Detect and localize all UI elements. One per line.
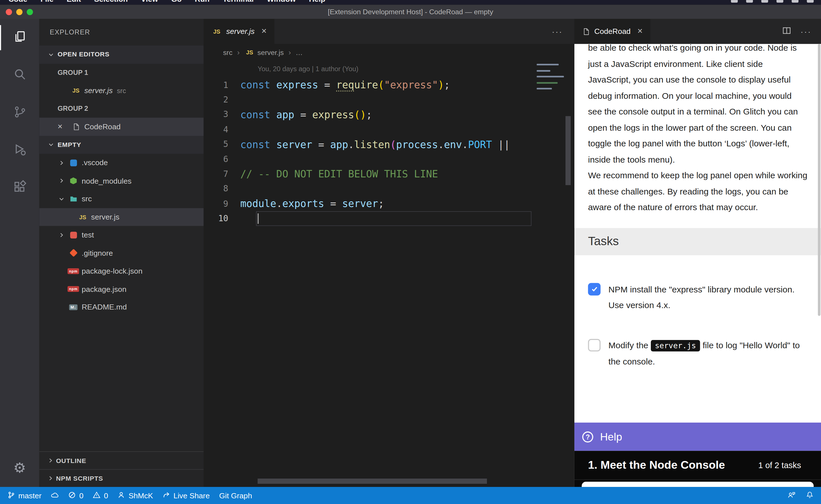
tree-item-node_modules[interactable]: node_modules <box>39 172 204 190</box>
lesson-bar[interactable]: 1. Meet the Node Console 1 of 2 tasks <box>574 451 821 480</box>
open-editor-server-js[interactable]: JSserver.jssrc <box>39 82 204 100</box>
tree-item-label: test <box>82 231 94 239</box>
menu-terminal[interactable]: Terminal <box>223 0 254 3</box>
feedback-icon <box>787 491 795 500</box>
menu-file[interactable]: File <box>40 0 54 3</box>
minimap[interactable] <box>537 64 566 94</box>
tab-server-js[interactable]: JS server.js × <box>203 19 274 44</box>
panel-more-actions-icon[interactable]: ··· <box>800 27 812 36</box>
task-text: Modify the server.js file to log "Hello … <box>608 337 807 370</box>
chevron-right-icon <box>55 231 68 238</box>
vertical-scrollbar[interactable] <box>565 116 571 185</box>
tree-item-package-json[interactable]: npmpackage.json <box>39 280 204 298</box>
code-token: ( <box>378 79 384 90</box>
activity-source-control[interactable] <box>0 94 39 132</box>
lesson-title: 1. Meet the Node Console <box>588 459 758 472</box>
code-line-5[interactable]: 5const server = app.listen(process.env.P… <box>203 137 574 151</box>
tree-item--vscode[interactable]: .vscode <box>39 154 204 172</box>
panel-footer: ? Help 1. Meet the Node Console 1 of 2 t… <box>574 423 821 487</box>
section-label: EMPTY <box>58 141 81 148</box>
menu-view[interactable]: View <box>141 0 158 3</box>
code-line-8[interactable]: 8 <box>203 181 574 196</box>
gear-icon[interactable]: ⚙ <box>0 449 39 487</box>
menu-code[interactable]: Code <box>8 0 27 3</box>
editor-more-actions-icon[interactable]: ··· <box>552 19 563 44</box>
tree-item-server-js[interactable]: JSserver.js <box>39 208 204 226</box>
statusbar-git-graph[interactable]: Git Graph <box>219 491 252 500</box>
webview-scrollbar[interactable] <box>818 44 820 316</box>
breadcrumb-item-src[interactable]: src <box>223 48 232 56</box>
close-panel-tab-icon[interactable]: × <box>638 26 643 37</box>
tree-item--gitignore[interactable]: .gitignore <box>39 244 204 262</box>
activity-search[interactable] <box>0 56 39 94</box>
code-area[interactable]: You, 20 days ago | 1 author (You) 1const… <box>203 61 574 487</box>
code-line-7[interactable]: 7// -- DO NOT EDIT BELOW THIS LINE <box>203 167 574 181</box>
tree-item-label: src <box>82 195 92 203</box>
section-empty[interactable]: EMPTY <box>39 136 204 154</box>
menu-go[interactable]: Go <box>171 0 181 3</box>
help-bar[interactable]: ? Help <box>574 423 821 451</box>
menu-bar-status-icons <box>731 0 814 3</box>
horizontal-scrollbar[interactable] <box>258 479 487 484</box>
tab-coderoad[interactable]: CodeRoad × <box>574 19 651 44</box>
activity-bar: ⚙ <box>0 19 39 487</box>
menu-selection[interactable]: Selection <box>94 0 128 3</box>
section-open-editors[interactable]: OPEN EDITORS <box>39 46 204 63</box>
code-token: = <box>312 138 330 150</box>
chevron-down-icon <box>44 141 58 148</box>
breadcrumb-separator-icon: › <box>237 48 240 56</box>
breadcrumb-item-serverjs[interactable]: JSserver.js <box>244 48 284 56</box>
menu-window[interactable]: Window <box>267 0 296 3</box>
tree-item-src[interactable]: src <box>39 190 204 208</box>
menu-edit[interactable]: Edit <box>67 0 81 3</box>
breadcrumb-item-[interactable]: … <box>296 48 303 56</box>
code-line-1[interactable]: 1const express = require("express"); <box>203 77 574 92</box>
code-line-9[interactable]: 9module.exports = server; <box>203 196 574 211</box>
tree-item-readme-md[interactable]: M↓README.md <box>39 298 204 316</box>
zoom-window-button[interactable] <box>27 9 33 15</box>
tree-item-package-lock-json[interactable]: npmpackage-lock.json <box>39 262 204 280</box>
code-token: . <box>462 138 468 150</box>
open-editor-coderoad[interactable]: ×CodeRoad <box>39 118 204 136</box>
task-checkbox-checked[interactable] <box>588 283 600 295</box>
menu-run[interactable]: Run <box>195 0 210 3</box>
run-debug-icon <box>12 142 27 159</box>
close-tab-icon[interactable]: × <box>262 26 267 37</box>
tree-item-label: README.md <box>82 303 127 311</box>
section-npm-scripts[interactable]: NPM SCRIPTS <box>39 469 204 487</box>
js-icon: JS <box>212 28 222 34</box>
menu-bar-items: CodeFileEditSelectionViewGoRunTerminalWi… <box>8 0 325 3</box>
js-icon: JS <box>71 87 81 94</box>
minimize-window-button[interactable] <box>16 9 23 15</box>
activity-explorer[interactable] <box>0 19 39 56</box>
statusbar-errors-count[interactable]: 0 <box>68 491 83 500</box>
code-line-2[interactable]: 2 <box>203 92 574 107</box>
statusbar-warnings-count[interactable]: 0 <box>93 491 108 500</box>
statusbar-label: ShMcK <box>128 491 153 500</box>
file-icon <box>71 123 81 131</box>
statusbar-publish-changes[interactable] <box>51 491 59 500</box>
statusbar-branch-indicator[interactable]: master <box>7 491 42 500</box>
close-window-button[interactable] <box>6 9 12 15</box>
status-icon <box>807 0 814 3</box>
code-line-6[interactable]: 6 <box>203 152 574 167</box>
chevron-down-icon <box>55 195 68 202</box>
statusbar-account[interactable]: ShMcK <box>117 491 153 500</box>
statusbar-live-share[interactable]: Live Share <box>162 491 210 500</box>
task-checkbox[interactable] <box>588 339 600 351</box>
split-editor-icon[interactable] <box>782 26 791 37</box>
activity-run-debug[interactable] <box>0 132 39 169</box>
tree-item-test[interactable]: test <box>39 226 204 244</box>
code-line-10[interactable]: 10 <box>203 211 574 226</box>
close-editor-icon[interactable]: × <box>58 122 71 131</box>
statusbar-notifications[interactable] <box>806 491 814 500</box>
code-token: = <box>294 109 312 120</box>
section-outline[interactable]: OUTLINE <box>39 451 204 469</box>
activity-extensions[interactable] <box>0 169 39 207</box>
statusbar-right <box>787 491 814 500</box>
code-line-4[interactable]: 4 <box>203 122 574 137</box>
menu-help[interactable]: Help <box>309 0 326 3</box>
code-token: server <box>342 198 378 209</box>
code-line-3[interactable]: 3const app = express(); <box>203 107 574 122</box>
statusbar-feedback[interactable] <box>787 491 795 500</box>
